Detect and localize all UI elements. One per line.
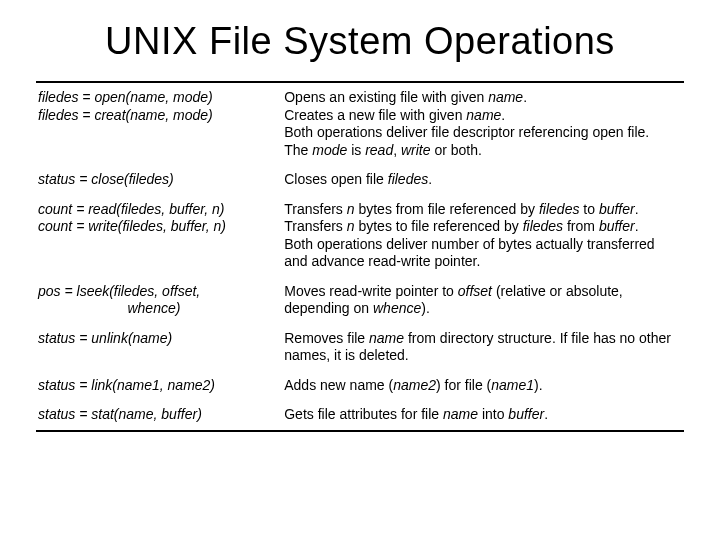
operation-signature: status = link(name1, name2) xyxy=(36,371,282,401)
operation-description: Closes open file filedes. xyxy=(282,165,684,195)
operation-signature: status = close(filedes) xyxy=(36,165,282,195)
table-row: status = close(filedes)Closes open file … xyxy=(36,165,684,195)
page-title: UNIX File System Operations xyxy=(36,20,684,63)
table-row: filedes = open(name, mode)filedes = crea… xyxy=(36,82,684,165)
operation-signature: pos = lseek(filedes, offset, whence) xyxy=(36,277,282,324)
table-row: status = link(name1, name2)Adds new name… xyxy=(36,371,684,401)
operation-description: Removes file name from directory structu… xyxy=(282,324,684,371)
operation-signature: status = unlink(name) xyxy=(36,324,282,371)
table-row: pos = lseek(filedes, offset, whence)Move… xyxy=(36,277,684,324)
operation-description: Moves read-write pointer to offset (rela… xyxy=(282,277,684,324)
operation-signature: status = stat(name, buffer) xyxy=(36,400,282,431)
table-body: filedes = open(name, mode)filedes = crea… xyxy=(36,82,684,431)
table-row: status = stat(name, buffer)Gets file att… xyxy=(36,400,684,431)
table-row: count = read(filedes, buffer, n)count = … xyxy=(36,195,684,277)
slide: UNIX File System Operations filedes = op… xyxy=(0,0,720,540)
operation-description: Opens an existing file with given name.C… xyxy=(282,82,684,165)
operations-table: filedes = open(name, mode)filedes = crea… xyxy=(36,81,684,432)
operation-signature: filedes = open(name, mode)filedes = crea… xyxy=(36,82,282,165)
operation-signature: count = read(filedes, buffer, n)count = … xyxy=(36,195,282,277)
operation-description: Adds new name (name2) for file (name1). xyxy=(282,371,684,401)
operation-description: Gets file attributes for file name into … xyxy=(282,400,684,431)
table-row: status = unlink(name)Removes file name f… xyxy=(36,324,684,371)
operation-description: Transfers n bytes from file referenced b… xyxy=(282,195,684,277)
